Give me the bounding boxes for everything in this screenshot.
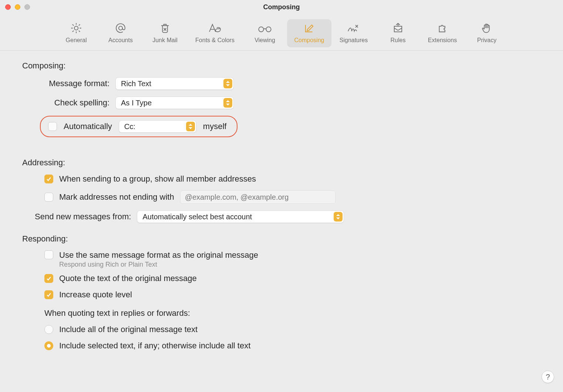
checkbox-increase-quote[interactable] bbox=[44, 290, 53, 299]
popup-value: Automatically select best account bbox=[142, 213, 252, 221]
checkbox-group-addresses[interactable] bbox=[44, 175, 53, 183]
tab-junk-mail[interactable]: Junk Mail bbox=[143, 19, 187, 47]
row-quote-text: Quote the text of the original message bbox=[22, 274, 541, 283]
tab-label: Accounts bbox=[108, 37, 133, 44]
label-radio-include-selected: Include selected text, if any; otherwise… bbox=[59, 341, 250, 351]
svg-point-3 bbox=[266, 27, 271, 32]
label-send-from: Send new messages from: bbox=[35, 212, 131, 222]
chevron-up-down-icon bbox=[223, 79, 232, 88]
tab-label: Viewing bbox=[254, 37, 275, 44]
popup-auto-cc-mode[interactable]: Cc: bbox=[119, 120, 196, 133]
tab-viewing[interactable]: Viewing bbox=[243, 19, 287, 47]
signature-icon bbox=[346, 21, 361, 35]
composing-panel: Composing: Message format: Rich Text Che… bbox=[0, 51, 563, 376]
checkbox-auto-cc[interactable] bbox=[48, 122, 57, 131]
row-send-from: Send new messages from: Automatically se… bbox=[22, 210, 541, 223]
svg-point-1 bbox=[119, 26, 122, 30]
row-check-spelling: Check spelling: As I Type bbox=[22, 97, 541, 109]
tab-label: Privacy bbox=[477, 37, 496, 44]
row-message-format: Message format: Rich Text bbox=[22, 77, 541, 90]
minimize-window-button[interactable] bbox=[15, 4, 20, 10]
label-radio-include-all: Include all of the original message text bbox=[59, 325, 198, 334]
tab-fonts-colors[interactable]: Fonts & Colors bbox=[187, 19, 243, 47]
font-icon bbox=[208, 21, 222, 35]
tab-extensions[interactable]: Extensions bbox=[420, 19, 465, 47]
tab-general[interactable]: General bbox=[54, 19, 98, 47]
input-mark-external-domains bbox=[180, 190, 336, 204]
puzzle-icon bbox=[435, 21, 450, 35]
row-radio-include-selected: Include selected text, if any; otherwise… bbox=[22, 341, 541, 351]
radio-include-all[interactable] bbox=[44, 325, 53, 334]
preferences-toolbar: General Accounts Junk Mail Fonts & Color… bbox=[0, 14, 563, 51]
callout-auto-cc: Automatically Cc: myself bbox=[40, 116, 237, 137]
section-responding: Responding: Use the same message format … bbox=[22, 234, 541, 351]
tab-accounts[interactable]: Accounts bbox=[98, 19, 143, 47]
trash-icon bbox=[158, 21, 172, 35]
tab-label: Junk Mail bbox=[152, 37, 178, 44]
tab-composing[interactable]: Composing bbox=[287, 19, 331, 47]
tab-signatures[interactable]: Signatures bbox=[331, 19, 376, 47]
label-quote-text: Quote the text of the original message bbox=[59, 274, 197, 283]
popup-message-format[interactable]: Rich Text bbox=[115, 77, 234, 90]
help-label: ? bbox=[546, 373, 550, 377]
row-quoting-heading: When quoting text in replies or forwards… bbox=[22, 308, 541, 318]
radio-include-selected[interactable] bbox=[44, 341, 53, 350]
popup-value: Rich Text bbox=[121, 80, 151, 88]
label-check-spelling: Check spelling: bbox=[44, 98, 109, 108]
label-group-addresses: When sending to a group, show all member… bbox=[59, 174, 256, 184]
row-radio-include-all: Include all of the original message text bbox=[22, 325, 541, 334]
label-auto-cc: Automatically bbox=[64, 122, 112, 131]
tab-privacy[interactable]: Privacy bbox=[465, 19, 509, 47]
close-window-button[interactable] bbox=[5, 4, 11, 10]
section-title-responding: Responding: bbox=[22, 234, 541, 244]
window-title: Composing bbox=[263, 3, 300, 11]
svg-point-2 bbox=[259, 27, 263, 32]
tab-label: Fonts & Colors bbox=[195, 37, 235, 44]
popup-check-spelling[interactable]: As I Type bbox=[115, 97, 234, 109]
popup-value: As I Type bbox=[121, 99, 152, 107]
checkbox-mark-external[interactable] bbox=[44, 193, 53, 202]
section-title-addressing: Addressing: bbox=[22, 158, 541, 168]
svg-point-0 bbox=[74, 26, 78, 30]
gear-icon bbox=[69, 21, 84, 35]
row-mark-external: Mark addresses not ending with bbox=[22, 190, 541, 204]
row-same-format: Use the same message format as the origi… bbox=[22, 250, 541, 268]
popup-send-from[interactable]: Automatically select best account bbox=[137, 210, 344, 223]
tab-label: Extensions bbox=[428, 37, 457, 44]
label-same-format: Use the same message format as the origi… bbox=[59, 250, 258, 260]
label-auto-cc-suffix: myself bbox=[203, 122, 227, 131]
section-composing: Composing: Message format: Rich Text Che… bbox=[22, 61, 541, 147]
compose-icon bbox=[302, 21, 317, 35]
section-title-composing: Composing: bbox=[22, 61, 541, 71]
checkbox-same-format[interactable] bbox=[44, 250, 53, 259]
checkbox-quote-text[interactable] bbox=[44, 274, 53, 283]
label-quoting-heading: When quoting text in replies or forwards… bbox=[44, 308, 190, 318]
zoom-window-button[interactable] bbox=[24, 4, 30, 10]
section-addressing: Addressing: When sending to a group, sho… bbox=[22, 158, 541, 223]
label-increase-quote: Increase quote level bbox=[59, 290, 132, 300]
chevron-up-down-icon bbox=[186, 122, 195, 131]
window-controls bbox=[5, 4, 30, 10]
popup-value: Cc: bbox=[124, 122, 135, 131]
row-group-addresses: When sending to a group, show all member… bbox=[22, 174, 541, 184]
tab-label: Signatures bbox=[340, 37, 368, 44]
tab-label: General bbox=[66, 37, 87, 44]
chevron-up-down-icon bbox=[223, 98, 232, 108]
at-sign-icon bbox=[113, 21, 128, 35]
hint-same-format: Respond using Rich or Plain Text bbox=[59, 261, 258, 268]
label-message-format: Message format: bbox=[44, 79, 109, 88]
chevron-up-down-icon bbox=[334, 212, 343, 222]
tab-label: Rules bbox=[391, 37, 406, 44]
hand-icon bbox=[479, 21, 494, 35]
glasses-icon bbox=[257, 21, 272, 35]
label-mark-external: Mark addresses not ending with bbox=[59, 192, 174, 202]
tab-label: Composing bbox=[294, 37, 324, 44]
titlebar: Composing bbox=[0, 0, 563, 14]
rules-icon bbox=[391, 21, 405, 35]
row-increase-quote: Increase quote level bbox=[22, 290, 541, 300]
tab-rules[interactable]: Rules bbox=[376, 19, 420, 47]
